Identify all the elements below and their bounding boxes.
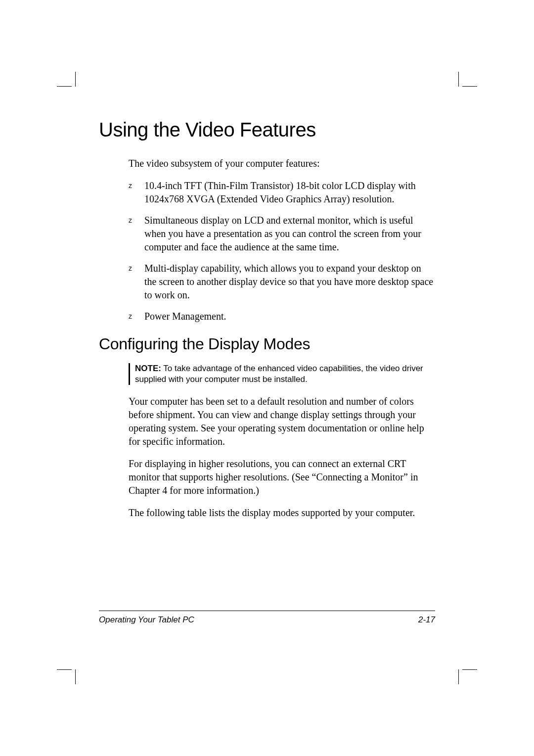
bullet-marker: z — [129, 214, 144, 254]
crop-mark — [57, 669, 72, 670]
page-content: Using the Video Features The video subsy… — [99, 119, 435, 637]
list-item: z Simultaneous display on LCD and extern… — [129, 214, 435, 254]
bullet-marker: z — [129, 179, 144, 206]
crop-mark — [462, 669, 477, 670]
list-item: z 10.4-inch TFT (Thin-Film Transistor) 1… — [129, 179, 435, 206]
body-paragraph: The following table lists the display mo… — [129, 506, 435, 520]
list-item: z Multi-display capability, which allows… — [129, 262, 435, 302]
crop-mark — [462, 86, 477, 87]
bullet-marker: z — [129, 262, 144, 302]
feature-bullet-list: z 10.4-inch TFT (Thin-Film Transistor) 1… — [129, 179, 435, 323]
page-footer: Operating Your Tablet PC 2-17 — [99, 611, 435, 625]
bullet-text: Multi-display capability, which allows y… — [144, 262, 435, 302]
intro-paragraph: The video subsystem of your computer fea… — [129, 157, 435, 170]
body-paragraph: Your computer has been set to a default … — [129, 395, 435, 448]
crop-mark — [57, 86, 72, 87]
crop-mark — [75, 669, 76, 684]
crop-mark — [75, 72, 76, 87]
heading-using-video-features: Using the Video Features — [99, 119, 435, 141]
body-paragraph: For displaying in higher resolutions, yo… — [129, 457, 435, 497]
note-block: NOTE: To take advantage of the enhanced … — [129, 363, 435, 385]
note-text: NOTE: To take advantage of the enhanced … — [135, 363, 435, 385]
crop-mark — [458, 669, 459, 684]
heading-configuring-display-modes: Configuring the Display Modes — [99, 335, 435, 353]
crop-mark — [458, 72, 459, 87]
bullet-text: Simultaneous display on LCD and external… — [144, 214, 435, 254]
list-item: z Power Management. — [129, 310, 435, 323]
bullet-text: Power Management. — [144, 310, 226, 323]
footer-page-number: 2-17 — [418, 615, 435, 625]
bullet-marker: z — [129, 310, 144, 323]
bullet-text: 10.4-inch TFT (Thin-Film Transistor) 18-… — [144, 179, 435, 206]
footer-left-text: Operating Your Tablet PC — [99, 615, 194, 625]
note-label: NOTE: — [135, 364, 161, 373]
note-body: To take advantage of the enhanced video … — [135, 364, 423, 384]
